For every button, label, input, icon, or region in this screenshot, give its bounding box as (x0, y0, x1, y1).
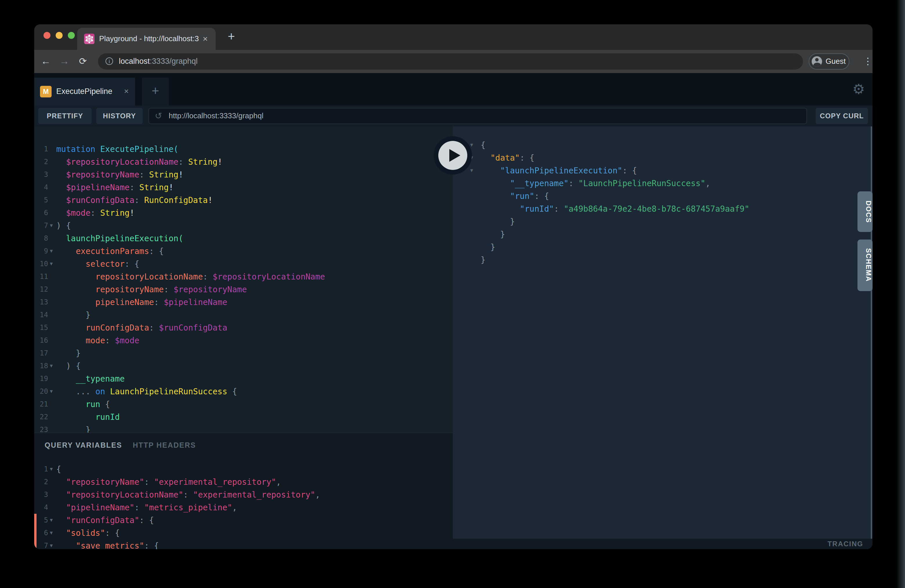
copy-curl-button[interactable]: COPY CURL (816, 108, 868, 124)
fold-arrow-icon[interactable]: ▾ (50, 539, 53, 549)
code-line[interactable]: 20▾ ... on LaunchPipelineRunSuccess { (34, 385, 453, 398)
code-line-text: selector: { (56, 257, 140, 270)
fold-arrow-icon[interactable]: ▾ (50, 514, 53, 526)
code-line[interactable]: 4 "pipelineName": "metrics_pipeline", (34, 501, 453, 514)
endpoint-input[interactable]: ↺ http://localhost:3333/graphql (148, 108, 807, 124)
response-viewer: ▾{▾ "data": {▾ "launchPipelineExecution"… (453, 126, 873, 539)
code-line[interactable]: 6▾ "solids": { (34, 526, 453, 539)
tracing-toggle[interactable]: TRACING (453, 539, 873, 549)
fold-arrow-icon[interactable]: ▾ (50, 245, 53, 257)
back-icon[interactable]: ← (38, 50, 54, 73)
code-line[interactable]: 1▾{ (34, 463, 453, 475)
line-number: 2 (34, 475, 48, 488)
code-line-text: mode: $mode (56, 334, 140, 347)
code-line[interactable]: 7▾) { (34, 219, 453, 232)
url-host: localhost (119, 57, 150, 65)
code-line[interactable]: 2 "repositoryName": "experimental_reposi… (34, 475, 453, 488)
code-line[interactable]: 18▾ ) { (34, 359, 453, 372)
code-line-text: runId (56, 410, 120, 423)
code-line[interactable]: 3 $repositoryName: String! (34, 168, 453, 181)
code-line[interactable]: 2 $repositoryLocationName: String! (34, 156, 453, 168)
line-number: 23 (34, 423, 48, 432)
code-line-text: repositoryName: $repositoryName (56, 283, 247, 296)
code-line[interactable]: 14 } (34, 308, 453, 321)
line-number: 4 (34, 501, 48, 514)
line-number: 8 (34, 232, 48, 245)
code-line-text: "save_metrics": { (56, 539, 159, 549)
site-info-icon[interactable]: i (105, 57, 113, 65)
fold-arrow-icon[interactable]: ▾ (50, 257, 53, 270)
code-line[interactable]: 3 "repositoryLocationName": "experimenta… (34, 488, 453, 501)
code-line[interactable]: 1mutation ExecutePipeline( (34, 143, 453, 156)
endpoint-url: http://localhost:3333/graphql (169, 108, 264, 124)
traffic-light-zoom[interactable] (68, 32, 75, 39)
code-line[interactable]: 21 run { (34, 398, 453, 410)
code-line[interactable]: 12 repositoryName: $repositoryName (34, 283, 453, 296)
variables-panel-tabs: QUERY VARIABLES HTTP HEADERS (44, 440, 196, 450)
code-line: ▾{ (453, 138, 873, 151)
fold-arrow-icon[interactable]: ▾ (50, 219, 53, 232)
code-line[interactable]: 8 launchPipelineExecution( (34, 232, 453, 245)
code-line-text: $repositoryName: String! (56, 168, 183, 181)
line-number: 15 (34, 321, 48, 334)
line-number: 9 (34, 245, 48, 257)
prettify-button[interactable]: PRETTIFY (38, 108, 92, 124)
code-line[interactable]: 4 $pipelineName: String! (34, 181, 453, 194)
fold-arrow-icon[interactable]: ▾ (50, 463, 53, 475)
execute-button[interactable] (433, 136, 472, 175)
playground-new-tab-button[interactable]: + (142, 78, 169, 105)
code-line-text: pipelineName: $pipelineName (56, 296, 227, 308)
code-line-text: } (481, 215, 515, 228)
code-line-text: "solids": { (56, 526, 120, 539)
address-bar[interactable]: i localhost:3333/graphql (98, 53, 803, 70)
code-line[interactable]: 15 runConfigData: $runConfigData (34, 321, 453, 334)
code-line[interactable]: 19 __typename (34, 372, 453, 385)
tab-close-icon[interactable]: × (199, 33, 211, 44)
code-line[interactable]: 5▾ "runConfigData": { (34, 514, 453, 526)
new-tab-button[interactable]: + (223, 29, 240, 45)
fold-arrow-icon[interactable]: ▾ (50, 385, 53, 398)
fold-arrow-icon[interactable]: ▾ (50, 526, 53, 539)
code-line[interactable]: 13 pipelineName: $pipelineName (34, 296, 453, 308)
tab-query-variables[interactable]: QUERY VARIABLES (44, 441, 122, 450)
code-line[interactable]: 9▾ executionParams: { (34, 245, 453, 257)
profile-button[interactable]: Guest (809, 53, 849, 70)
tab-docs[interactable]: DOCS (857, 191, 873, 232)
reload-icon[interactable]: ⟳ (75, 50, 91, 73)
line-number: 1 (34, 143, 48, 156)
forward-icon[interactable]: → (56, 50, 73, 73)
code-line[interactable]: 10▾ selector: { (34, 257, 453, 270)
line-number: 21 (34, 398, 48, 410)
line-number: 2 (34, 156, 48, 168)
browser-menu-icon[interactable]: ⋮ (857, 50, 873, 73)
playground-tab-executepipeline[interactable]: M ExecutePipeline × (34, 78, 135, 105)
line-number: 18 (34, 359, 48, 372)
code-line: ▾ "launchPipelineExecution": { (453, 164, 873, 177)
traffic-light-close[interactable] (43, 32, 51, 39)
history-button[interactable]: HISTORY (96, 108, 143, 124)
traffic-light-minimize[interactable] (56, 32, 63, 39)
fold-arrow-icon[interactable]: ▾ (470, 164, 473, 177)
tab-http-headers[interactable]: HTTP HEADERS (133, 441, 196, 450)
code-line[interactable]: 6 $mode: String! (34, 207, 453, 219)
code-line[interactable]: 22 runId (34, 410, 453, 423)
browser-titlebar: Playground - http://localhost:3 × + (34, 24, 873, 50)
code-line[interactable]: 11 repositoryLocationName: $repositoryLo… (34, 270, 453, 283)
code-line[interactable]: 16 mode: $mode (34, 334, 453, 347)
playground-tab-close-icon[interactable]: × (121, 86, 132, 97)
code-line-text: ) { (56, 219, 71, 232)
endpoint-history-icon: ↺ (155, 108, 162, 124)
settings-gear-icon[interactable]: ⚙ (849, 80, 868, 99)
fold-arrow-icon[interactable]: ▾ (50, 359, 53, 372)
code-line-text: } (56, 347, 81, 359)
browser-tab[interactable]: Playground - http://localhost:3 × (77, 28, 216, 50)
line-number: 7 (34, 219, 48, 232)
variables-editor[interactable]: 1▾{2 "repositoryName": "experimental_rep… (34, 463, 453, 549)
code-line[interactable]: 23 } (34, 423, 453, 432)
tab-schema[interactable]: SCHEMA (857, 240, 873, 291)
query-editor[interactable]: 1mutation ExecutePipeline(2 $repositoryL… (34, 126, 453, 432)
code-line[interactable]: 7▾ "save_metrics": { (34, 539, 453, 549)
code-line[interactable]: 17 } (34, 347, 453, 359)
code-line: } (453, 228, 873, 241)
code-line[interactable]: 5 $runConfigData: RunConfigData! (34, 194, 453, 207)
